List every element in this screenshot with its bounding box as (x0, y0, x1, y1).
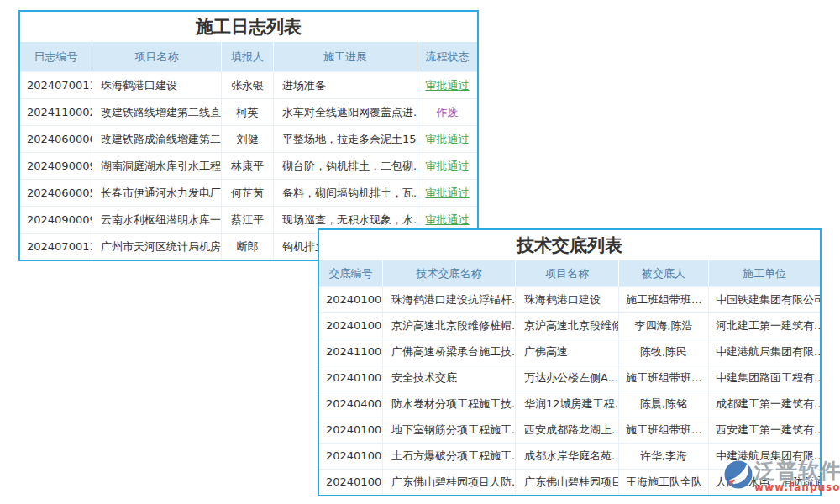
disclosure-project-link[interactable]: 珠海鹤港口建设 (516, 287, 619, 312)
technical-disclosure-header-row: 交底编号 技术交底名称 项目名称 被交底人 施工单位 (319, 260, 820, 286)
disclosure-table-row: 2024010002 地下室钢筋分项工程施工... 西安成都路龙湖上... 施工… (319, 417, 820, 443)
log-project-link[interactable]: 改建铁路成渝线增建第二... (92, 126, 222, 152)
log-reporter: 林康平 (222, 153, 274, 179)
construction-log-title: 施工日志列表 (20, 12, 477, 42)
disclosure-project-link[interactable]: 广佛高速 (516, 339, 619, 365)
disclosure-id-link[interactable]: 2024010002 (319, 417, 383, 443)
disclosure-id-link[interactable]: 2024010004 (319, 313, 383, 339)
disclosure-unit-text: 西安建工第一建筑有... (709, 417, 820, 443)
log-id-link[interactable]: 2024090009 (20, 207, 92, 233)
disclosure-id-link[interactable]: 2024010001 (319, 470, 383, 495)
watermark-brand-text: 泛普软件 (754, 460, 840, 482)
log-project-link[interactable]: 珠海鹤港口建设 (92, 72, 222, 98)
disclosure-recipient-text: 许华,李海 (619, 444, 709, 469)
disclosure-recipient-text: 李四海,陈浩 (619, 313, 709, 339)
log-id-link[interactable]: 2024060005 (20, 180, 92, 206)
log-project-link[interactable]: 改建铁路线增建第二线直... (92, 99, 222, 125)
disclosure-id-link[interactable]: 2024010003 (319, 287, 383, 312)
disclosure-project-link[interactable]: 成都水岸华庭名苑... (516, 444, 619, 469)
log-id-link[interactable]: 2024110002 (20, 99, 92, 125)
disclosure-id-link[interactable]: 2024010002 (319, 444, 383, 469)
disclosure-recipient-text: 施工班组带班... (619, 417, 709, 443)
log-project-link[interactable]: 长春市伊通河水力发电厂... (92, 180, 222, 206)
construction-log-header-row: 日志编号 项目名称 填报人 施工进展 流程状态 (20, 42, 477, 71)
disclosure-name-link[interactable]: 土石方爆破分项工程施工... (383, 444, 516, 469)
disclosure-name-link[interactable]: 安全技术交底 (383, 365, 516, 391)
column-header-construction-unit: 施工单位 (709, 260, 820, 286)
log-project-link[interactable]: 云南水利枢纽潜明水库一... (92, 207, 222, 233)
disclosure-table-row: 2024110001 广佛高速桥梁承台施工技... 广佛高速 陈牧,陈民 中建港… (319, 339, 820, 365)
disclosure-project-link[interactable]: 西安成都路龙湖上... (516, 417, 619, 443)
disclosure-name-link[interactable]: 广佛高速桥梁承台施工技... (383, 339, 516, 365)
disclosure-id-link[interactable]: 2024040001 (319, 391, 383, 417)
disclosure-project-link[interactable]: 京沪高速北京段维修 (516, 313, 619, 339)
technical-disclosure-title: 技术交底列表 (319, 230, 820, 260)
log-project-link[interactable]: 广州市天河区统计局机房... (92, 234, 222, 260)
log-progress-text: 进场准备 (274, 72, 417, 98)
log-id-link[interactable]: 2024060006 (20, 126, 92, 152)
disclosure-project-link[interactable]: 万达办公楼左侧A... (516, 365, 619, 391)
disclosure-name-link[interactable]: 珠海鹤港口建设抗浮锚杆... (383, 287, 516, 312)
disclosure-unit-text: 河北建工第一建筑有... (709, 313, 820, 339)
log-reporter: 柯英 (222, 99, 274, 125)
fanpu-logo-icon (724, 460, 753, 489)
column-header-progress: 施工进展 (274, 42, 417, 71)
log-status-link[interactable]: 审批通过 (417, 180, 477, 206)
disclosure-unit-text: 中国铁建集团有限公司 (709, 287, 820, 312)
log-table-row: 2024090009 湖南洞庭湖水库引水工程... 林康平 砌台阶，钩机排土，二… (20, 152, 477, 179)
log-project-link[interactable]: 湖南洞庭湖水库引水工程... (92, 153, 222, 179)
log-reporter: 刘健 (222, 126, 274, 152)
log-progress-text: 平整场地，拉走多余泥土15... (274, 126, 417, 152)
disclosure-id-link[interactable]: 2024010003 (319, 365, 383, 391)
log-status-link[interactable]: 作废 (417, 99, 477, 125)
log-progress-text: 备料，砌间墙钩机排土，瓦... (274, 180, 417, 206)
column-header-disclosure-id: 交底编号 (319, 260, 383, 286)
log-id-link[interactable]: 2024090009 (20, 153, 92, 179)
disclosure-project-link[interactable]: 广东佛山碧桂园项目 (516, 470, 619, 495)
disclosure-table-row: 2024010003 珠海鹤港口建设抗浮锚杆... 珠海鹤港口建设 施工班组带班… (319, 286, 820, 312)
watermark-url-text: www.fanpusoft.com (754, 482, 840, 493)
log-status-link[interactable]: 审批通过 (417, 153, 477, 179)
disclosure-table-row: 2024010003 安全技术交底 万达办公楼左侧A... 施工班组带班... … (319, 365, 820, 391)
disclosure-name-link[interactable]: 地下室钢筋分项工程施工... (383, 417, 516, 443)
log-reporter: 蔡江平 (222, 207, 274, 233)
log-table-row: 2024110002 改建铁路线增建第二线直... 柯英 水车对全线遮阳网覆盖点… (20, 98, 477, 125)
log-reporter: 何芷茵 (222, 180, 274, 206)
construction-log-panel: 施工日志列表 日志编号 项目名称 填报人 施工进展 流程状态 202407001… (18, 10, 479, 261)
disclosure-recipient-text: 王海施工队全队 (619, 470, 709, 495)
log-status-link[interactable]: 审批通过 (417, 72, 477, 98)
column-header-log-id: 日志编号 (20, 42, 92, 71)
disclosure-name-link[interactable]: 防水卷材分项工程施工技... (383, 391, 516, 417)
disclosure-recipient-text: 陈晨,陈铭 (619, 391, 709, 417)
disclosure-name-link[interactable]: 京沪高速北京段维修桩帽... (383, 313, 516, 339)
disclosure-name-link[interactable]: 广东佛山碧桂园项目人防... (383, 470, 516, 495)
column-header-workflow-status: 流程状态 (417, 42, 477, 71)
disclosure-unit-text: 成都建工第一建筑有... (709, 391, 820, 417)
disclosure-recipient-text: 陈牧,陈民 (619, 339, 709, 365)
disclosure-table-row: 2024040001 防水卷材分项工程施工技... 华润12城房建工程... 陈… (319, 391, 820, 417)
disclosure-recipient-text: 施工班组带班... (619, 287, 709, 312)
disclosure-project-link[interactable]: 华润12城房建工程... (516, 391, 619, 417)
disclosure-table-row: 2024010004 京沪高速北京段维修桩帽... 京沪高速北京段维修 李四海,… (319, 312, 820, 339)
log-progress-text: 水车对全线遮阳网覆盖点进... (274, 99, 417, 125)
column-header-disclosure-project: 项目名称 (516, 260, 619, 286)
disclosure-id-link[interactable]: 2024110001 (319, 339, 383, 365)
column-header-disclosure-name: 技术交底名称 (383, 260, 516, 286)
log-reporter: 张永银 (222, 72, 274, 98)
disclosure-unit-text: 中建港航局集团有限... (709, 339, 820, 365)
log-reporter: 断郎 (222, 234, 274, 260)
disclosure-recipient-text: 施工班组带班... (619, 365, 709, 391)
column-header-reporter: 填报人 (222, 42, 274, 71)
technical-disclosure-panel: 技术交底列表 交底编号 技术交底名称 项目名称 被交底人 施工单位 202401… (318, 228, 822, 496)
log-table-row: 2024060005 长春市伊通河水力发电厂... 何芷茵 备料，砌间墙钩机排土… (20, 179, 477, 206)
watermark: 泛普软件 www.fanpusoft.com (724, 460, 840, 493)
column-header-recipient: 被交底人 (619, 260, 709, 286)
log-table-row: 2024070011 珠海鹤港口建设 张永银 进场准备 审批通过 (20, 71, 477, 98)
column-header-project-name: 项目名称 (92, 42, 222, 71)
log-id-link[interactable]: 2024070011 (20, 72, 92, 98)
log-status-link[interactable]: 审批通过 (417, 126, 477, 152)
log-progress-text: 砌台阶，钩机排土，二包砌... (274, 153, 417, 179)
log-id-link[interactable]: 2024070011 (20, 234, 92, 260)
log-table-row: 2024060006 改建铁路成渝线增建第二... 刘健 平整场地，拉走多余泥土… (20, 125, 477, 152)
disclosure-unit-text: 中建集团路面工程有... (709, 365, 820, 391)
